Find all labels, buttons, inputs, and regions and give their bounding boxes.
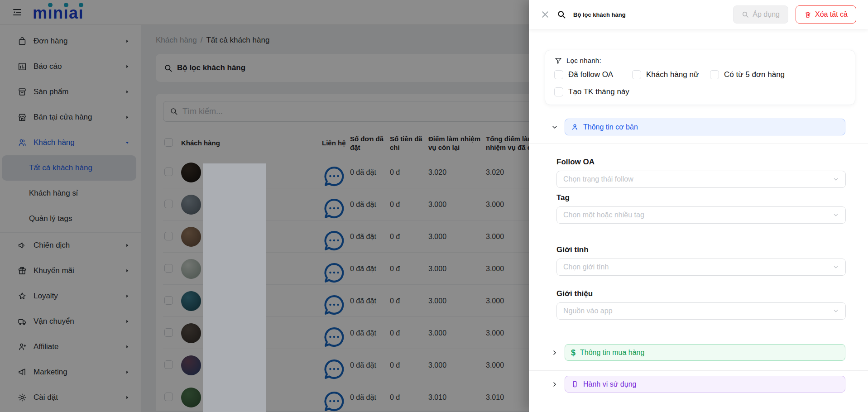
tag-select[interactable]: Chọn một hoặc nhiều tag [556, 206, 846, 224]
quick-filter-5-orders[interactable]: Có từ 5 đơn hàng [710, 70, 846, 79]
quick-filter-follow-oa[interactable]: Đã follow OA [554, 70, 632, 79]
gender-select[interactable]: Chọn giới tính [556, 259, 846, 276]
person-icon [571, 123, 579, 131]
chevron-down-icon [833, 264, 839, 270]
quick-filter-options: Đã follow OA Khách hàng nữ Có từ 5 đơn h… [554, 70, 846, 96]
phone-icon [571, 380, 579, 388]
redaction-overlay [203, 163, 266, 412]
apply-button[interactable]: Áp dụng [733, 5, 788, 24]
screen: mınıaı Đơn hàngBáo cáoSản phẩmBán tại cử… [0, 0, 868, 412]
panel-title: Bộ lọc khách hàng [573, 11, 626, 18]
follow-oa-select[interactable]: Chọn trạng thái follow [556, 171, 846, 188]
chevron-down-icon [833, 308, 839, 314]
section-purchase-info-bar[interactable]: $ Thông tin mua hàng [565, 344, 845, 361]
checkbox[interactable] [632, 70, 641, 79]
checkbox[interactable] [554, 70, 563, 79]
field-follow-oa: Follow OA Chọn trạng thái follow [556, 158, 846, 188]
chevron-down-icon [833, 212, 839, 218]
divider [529, 370, 868, 371]
filter-search-icon [557, 10, 566, 19]
field-gender: Giới tính Chọn giới tính [556, 245, 846, 276]
chevron-down-icon [833, 176, 839, 182]
field-referral: Giới thiệu Nguồn vào app [556, 289, 846, 320]
quick-filter-female[interactable]: Khách hàng nữ [632, 70, 710, 79]
quick-filters-card: Lọc nhanh: Đã follow OA Khách hàng nữ Có… [545, 50, 855, 105]
section-basic-info: Thông tin cơ bản [529, 119, 868, 135]
close-icon[interactable] [541, 10, 550, 19]
section-usage-behavior-bar[interactable]: Hành vi sử dụng [565, 376, 845, 393]
section-purchase-info: $ Thông tin mua hàng [529, 344, 868, 361]
quick-filters-title: Lọc nhanh: [554, 57, 846, 65]
field-tag: Tag Chọn một hoặc nhiều tag [556, 193, 846, 224]
clear-all-button[interactable]: Xóa tất cả [796, 5, 856, 24]
panel-header: Bộ lọc khách hàng Áp dụng Xóa tất cả [529, 0, 868, 29]
section-usage-behavior: Hành vi sử dụng [529, 376, 868, 393]
divider [529, 144, 868, 144]
search-icon [742, 11, 749, 18]
customer-filter-panel: Bộ lọc khách hàng Áp dụng Xóa tất cả [529, 0, 868, 412]
checkbox[interactable] [710, 70, 719, 79]
section-basic-info-bar[interactable]: Thông tin cơ bản [565, 119, 845, 135]
checkbox[interactable] [554, 87, 563, 96]
chevron-down-icon[interactable] [551, 124, 558, 131]
quick-filter-created-this-month[interactable]: Tạo TK tháng này [554, 87, 632, 96]
dollar-icon: $ [571, 349, 575, 357]
divider [529, 338, 868, 338]
referral-select[interactable]: Nguồn vào app [556, 302, 846, 320]
trash-icon [804, 11, 811, 18]
chevron-right-icon[interactable] [551, 381, 558, 388]
chevron-right-icon[interactable] [551, 349, 558, 356]
funnel-icon [554, 57, 562, 65]
basic-info-form: Follow OA Chọn trạng thái follow Tag Chọ… [529, 158, 868, 320]
